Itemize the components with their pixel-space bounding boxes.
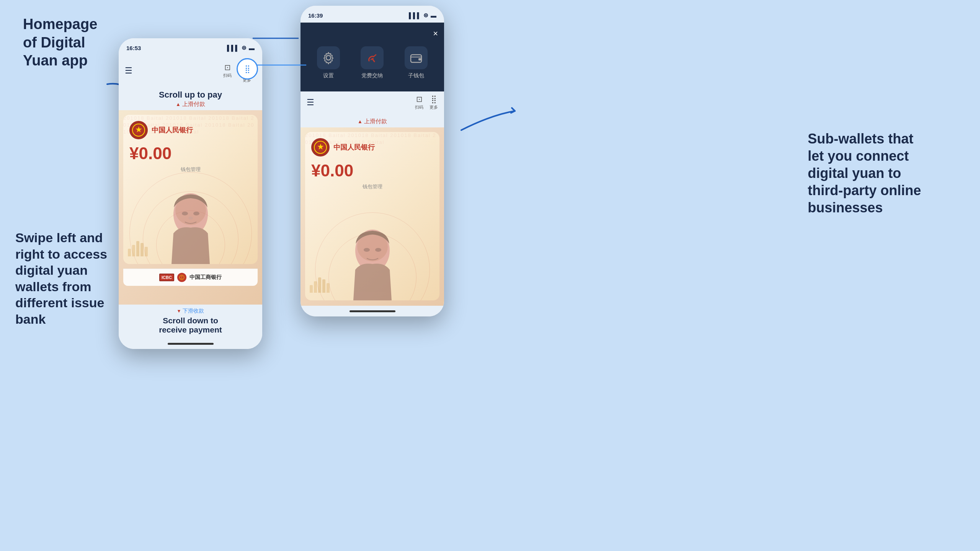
scan-btn-right[interactable]: ⊡ 扫码 [415,95,423,110]
signal-icon: ▌▌▌ [227,45,239,51]
status-icons-right: ▌▌▌ ⊜ ▬ [409,12,436,19]
menu-overlay: × 设置 [301,23,444,91]
card-area-left: 201018 Baital 201018 Baital 201018 Baita… [119,110,262,305]
scroll-up-section: Scroll up to pay ▲ 上滑付款 [119,86,262,110]
signal-icon-right: ▌▌▌ [409,12,421,19]
subwallet-icon [405,46,428,69]
svg-point-10 [326,55,331,60]
geo-pattern-right [310,277,330,293]
menu-close-row: × [307,29,438,39]
svg-point-5 [182,212,188,215]
qr-icon-indicator: ⣿ [245,64,250,73]
qr-circle-indicator: ⣿ [237,58,258,80]
home-indicator-right [301,306,444,316]
menu-items: 设置 党费交纳 [307,43,438,85]
mao-portrait-right [342,224,403,300]
svg-rect-12 [418,58,421,60]
status-bar-right: 16:39 ▌▌▌ ⊜ ▬ [301,6,444,23]
scroll-up-cn: ▲ 上滑付款 [119,101,262,108]
app-bar-right-right: ⊡ 扫码 ⣿ 更多 [415,95,438,110]
scroll-up-cn-right: ▲ 上滑付款 [301,118,444,125]
settings-label: 设置 [323,72,334,79]
scan-btn-left[interactable]: ⊡ 扫码 [223,63,232,78]
app-bar-right: ☰ ⊡ 扫码 ⣿ 更多 [301,91,444,113]
svg-point-6 [193,212,199,215]
svg-point-18 [375,248,381,252]
status-icons-left: ▌▌▌ ⊜ ▬ [227,44,255,51]
menu-icon-left[interactable]: ☰ [125,66,132,76]
time-left: 16:53 [126,45,141,51]
party-icon [361,46,384,69]
status-bar-left: 16:53 ▌▌▌ ⊜ ▬ [119,38,262,55]
scroll-down-section: ▼ 下滑收款 Scroll down to receive payment [119,305,262,338]
home-bar-left [168,343,214,345]
menu-item-party[interactable]: 党费交纳 [361,46,384,79]
svg-point-17 [364,248,370,252]
wifi-icon: ⊜ [242,44,247,51]
annotation-subwallet: Sub-wallets that let you connect digital… [808,130,961,216]
card-area-right: 201018 Baital 201018 Baital 201018 Baita… [301,127,444,306]
subwallet-label: 子钱包 [408,72,424,79]
wifi-icon-right: ⊜ [423,12,428,19]
home-indicator-left [119,338,262,349]
menu-icon-right[interactable]: ☰ [307,98,314,108]
time-right: 16:39 [308,12,323,19]
home-bar-right [350,310,395,312]
menu-item-settings[interactable]: 设置 [317,46,340,79]
scroll-up-en: Scroll up to pay [119,90,262,100]
geo-pattern-left [128,241,148,256]
more-btn-right[interactable]: ⣿ 更多 [430,95,438,110]
battery-icon: ▬ [249,45,255,51]
icbc-emblem: 工 [177,273,186,282]
scroll-down-cn: ▼ 下滑收款 [119,308,262,315]
battery-icon-right: ▬ [431,12,436,19]
bank-cn-name-bottom: 中国工商银行 [189,274,222,281]
close-button[interactable]: × [433,29,438,39]
svg-point-7 [188,217,193,220]
phone-right: 16:39 ▌▌▌ ⊜ ▬ × [301,6,444,316]
card-inner-left: 201018 Baital 201018 Baital 201018 Baita… [123,115,258,264]
menu-item-subwallet[interactable]: 子钱包 [405,46,428,79]
bottom-bank-bar-left: ICBC 工 中国工商银行 [123,269,258,286]
icbc-logo: ICBC [159,274,174,281]
svg-text:工: 工 [180,276,183,279]
mao-portrait-left [160,187,221,264]
settings-icon [317,46,340,69]
scroll-down-en: Scroll down to receive payment [119,316,262,334]
scroll-up-section-right: ▲ 上滑付款 [301,113,444,127]
phone-left: 16:53 ▌▌▌ ⊜ ▬ ☰ ⊡ 扫码 ⣿ 更多 [119,38,262,349]
card-inner-right: 201018 Baital 201018 Baital 201018 Baita… [305,132,439,300]
party-label: 党费交纳 [361,72,383,79]
